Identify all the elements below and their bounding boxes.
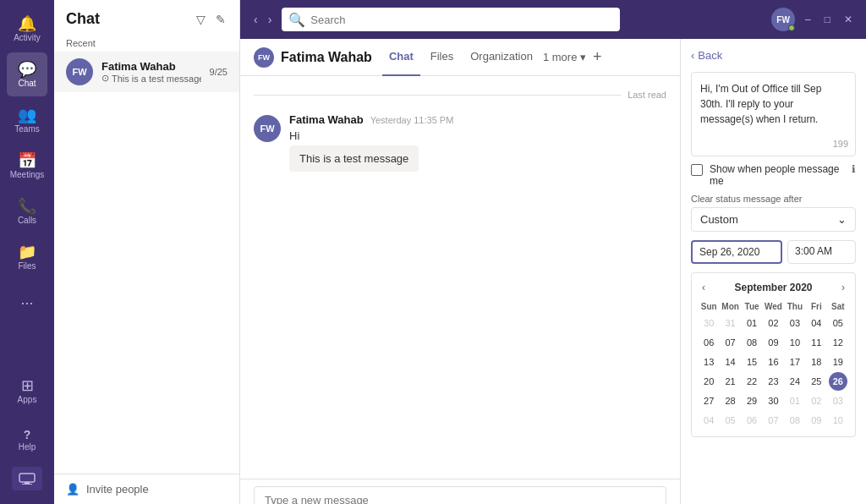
cal-day[interactable]: 01: [786, 392, 804, 410]
contact-avatar: FW: [254, 47, 274, 68]
dow-sun: Sun: [699, 300, 719, 313]
time-input[interactable]: 3:00 AM: [787, 240, 856, 264]
custom-select[interactable]: Custom ⌄: [691, 207, 856, 232]
cal-day[interactable]: 27: [699, 392, 718, 410]
cal-day[interactable]: 09: [807, 411, 825, 430]
cal-day[interactable]: 24: [786, 372, 804, 391]
search-input[interactable]: [310, 14, 613, 26]
cal-day[interactable]: 03: [786, 314, 804, 332]
sidebar-item-apps[interactable]: ⊞ Apps: [7, 369, 47, 413]
tab-add-button[interactable]: +: [593, 48, 602, 66]
tab-chat-label: Chat: [389, 50, 414, 63]
sidebar-item-chat[interactable]: 💬 Chat: [7, 52, 47, 96]
cal-day[interactable]: 25: [807, 372, 825, 391]
cal-day[interactable]: 09: [764, 333, 782, 352]
close-button[interactable]: ✕: [841, 12, 856, 27]
cal-day[interactable]: 04: [807, 314, 825, 332]
tab-files[interactable]: Files: [424, 39, 460, 76]
cal-day[interactable]: 15: [743, 353, 761, 371]
help-label: Help: [19, 442, 36, 452]
cal-day[interactable]: 05: [829, 314, 847, 332]
tab-chat[interactable]: Chat: [382, 39, 420, 76]
maximize-button[interactable]: □: [821, 12, 834, 27]
sidebar-item-calls[interactable]: 📞 Calls: [7, 189, 47, 233]
cal-day[interactable]: 18: [807, 353, 825, 371]
cal-day[interactable]: 06: [743, 411, 761, 430]
cal-day[interactable]: 20: [699, 372, 718, 391]
cal-day[interactable]: 03: [829, 392, 847, 410]
cal-day[interactable]: 30: [699, 314, 718, 332]
apps-icon: ⊞: [21, 378, 34, 393]
sidebar-item-teams[interactable]: 👥 Teams: [7, 98, 47, 142]
minimize-button[interactable]: –: [802, 12, 814, 27]
cal-day[interactable]: 10: [829, 411, 847, 430]
sidebar-item-more[interactable]: ···: [7, 281, 47, 325]
invite-people-button[interactable]: 👤 Invite people: [54, 474, 239, 504]
info-icon[interactable]: ℹ: [852, 163, 856, 175]
cal-day[interactable]: 30: [764, 392, 782, 410]
cal-day-today[interactable]: 26: [829, 372, 847, 391]
cal-day[interactable]: 22: [743, 372, 761, 391]
message-input[interactable]: [254, 486, 666, 504]
cal-day[interactable]: 14: [721, 353, 740, 371]
tab-organization[interactable]: Organization: [463, 39, 540, 76]
forward-nav-button[interactable]: ›: [265, 11, 276, 28]
cal-day[interactable]: 21: [721, 372, 740, 391]
show-when-text: Show when people message me: [710, 163, 845, 187]
date-input[interactable]: Sep 26, 2020: [691, 240, 782, 264]
chat-panel-icons: ▽ ✎: [195, 11, 227, 28]
chat-avatar: FW: [66, 58, 93, 85]
cal-day[interactable]: 13: [699, 353, 718, 371]
filter-button[interactable]: ▽: [195, 11, 207, 28]
cal-day[interactable]: 08: [743, 333, 761, 352]
cal-day[interactable]: 16: [764, 353, 782, 371]
new-chat-button[interactable]: ✎: [214, 11, 227, 28]
topbar-right: FW – □ ✕: [771, 8, 856, 31]
user-avatar[interactable]: FW: [771, 8, 795, 31]
back-button[interactable]: ‹ Back: [691, 49, 856, 62]
cal-day[interactable]: 08: [786, 411, 804, 430]
cal-day[interactable]: 05: [721, 411, 740, 430]
cal-day[interactable]: 17: [786, 353, 804, 371]
message-sender: Fatima Wahab: [289, 113, 364, 126]
cal-day[interactable]: 02: [764, 314, 782, 332]
message-header: Fatima Wahab Yesterday 11:35 PM: [289, 113, 666, 126]
status-dot: [788, 25, 795, 31]
search-bar[interactable]: 🔍: [282, 8, 620, 31]
cal-day[interactable]: 29: [743, 392, 761, 410]
cal-day[interactable]: 11: [807, 333, 825, 352]
cal-day[interactable]: 10: [786, 333, 804, 352]
sidebar-bottom: ⊞ Apps ? Help: [7, 369, 47, 497]
chat-item-name: Fatima Wahab: [101, 60, 201, 73]
sidebar-item-help[interactable]: ? Help: [7, 418, 47, 462]
cal-day[interactable]: 07: [721, 333, 740, 352]
cal-day[interactable]: 19: [829, 353, 847, 371]
status-panel: ‹ Back Hi, I'm Out of Office till Sep 30…: [680, 39, 866, 504]
cal-prev-button[interactable]: ‹: [699, 280, 709, 295]
cal-day[interactable]: 02: [807, 392, 825, 410]
show-when-checkbox[interactable]: [691, 164, 703, 176]
cal-day[interactable]: 12: [829, 333, 847, 352]
sidebar: 🔔 Activity 💬 Chat 👥 Teams 📅 Meetings 📞 C…: [0, 0, 54, 504]
back-nav-button[interactable]: ‹: [250, 11, 261, 28]
sidebar-item-label: Teams: [14, 124, 39, 134]
calendar-header: ‹ September 2020 ›: [699, 280, 848, 295]
calls-icon: 📞: [18, 199, 36, 214]
cal-day[interactable]: 31: [721, 314, 740, 332]
device-icon[interactable]: [12, 467, 42, 490]
cal-day[interactable]: 01: [743, 314, 761, 332]
cal-day[interactable]: 23: [764, 372, 782, 391]
tab-more[interactable]: 1 more ▾: [543, 51, 586, 63]
chat-list-item[interactable]: FW Fatima Wahab ⊙ This is a test message…: [54, 52, 239, 92]
sidebar-item-meetings[interactable]: 📅 Meetings: [7, 144, 47, 188]
sidebar-item-files[interactable]: 📁 Files: [7, 235, 47, 279]
chat-input-area: ✦ ! 📎 😊 ⊞ ☁ ⚙ ···: [240, 479, 680, 504]
cal-day[interactable]: 28: [721, 392, 740, 410]
cal-next-button[interactable]: ›: [838, 280, 848, 295]
cal-day[interactable]: 06: [699, 333, 718, 352]
cal-day[interactable]: 04: [699, 411, 718, 430]
sidebar-item-activity[interactable]: 🔔 Activity: [7, 7, 47, 51]
main-chat: FW Fatima Wahab Chat Files Organization …: [240, 39, 680, 504]
cal-day[interactable]: 07: [764, 411, 782, 430]
status-message-text: Hi, I'm Out of Office till Sep 30th. I'l…: [700, 83, 821, 125]
